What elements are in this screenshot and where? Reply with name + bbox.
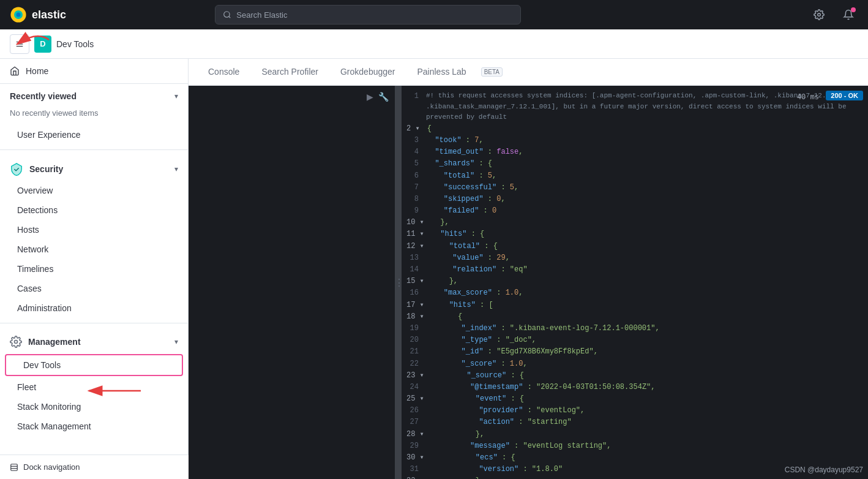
tab-console[interactable]: Console — [198, 61, 249, 84]
panel-resizer[interactable] — [397, 86, 402, 479]
sidebar-divider-2 — [0, 323, 188, 323]
sidebar-item-stack-management[interactable]: Stack Management — [0, 417, 188, 436]
notification-dot — [851, 7, 856, 12]
svg-point-7 — [818, 13, 821, 17]
code-line-14: 14 "relation" : "eq" — [402, 264, 868, 276]
elastic-logo-icon — [10, 6, 27, 23]
home-label: Home — [26, 66, 48, 76]
code-line-5: 5 "_shards" : { — [402, 158, 868, 170]
nav-icons — [809, 5, 858, 25]
hamburger-button[interactable] — [10, 34, 29, 54]
breadcrumb-avatar: D — [34, 36, 51, 53]
tab-search-profiler[interactable]: Search Profiler — [252, 61, 328, 84]
code-line-17: 17 ▾ "hits" : [ — [402, 300, 868, 311]
svg-line-6 — [229, 17, 231, 18]
elastic-wordmark: elastic — [32, 9, 66, 21]
code-line-30: 30 ▾ "ecs" : { — [402, 452, 868, 464]
sidebar-item-cases[interactable]: Cases — [0, 279, 188, 298]
code-line-6: 6 "total" : 5, — [402, 170, 868, 182]
watermark: CSDN @daydayup9527 — [785, 466, 863, 474]
top-navigation: elastic Search Elastic — [0, 0, 868, 29]
code-line-12: 12 ▾ "total" : { — [402, 241, 868, 252]
code-line-21: 21 "_id" : "E5gd7X8B6Xmy8Ff8kpEd", — [402, 346, 868, 358]
code-line-27: 27 "action" : "starting" — [402, 417, 868, 428]
tools-button[interactable]: 🔧 — [377, 91, 390, 103]
code-line-23: 23 ▾ "_source" : { — [402, 370, 868, 382]
breadcrumb-title: Dev Tools — [56, 39, 94, 49]
code-line-4: 4 "timed_out" : false, — [402, 146, 868, 158]
management-chevron: ▾ — [174, 338, 178, 346]
editor-panel: ▶ 🔧 — [189, 86, 397, 479]
sidebar-divider-1 — [0, 149, 188, 150]
management-title: Management — [10, 336, 81, 348]
code-line-7: 7 "successful" : 5, — [402, 182, 868, 194]
sidebar-item-dev-tools[interactable]: Dev Tools — [5, 354, 183, 376]
sidebar-item-overview[interactable]: Overview — [0, 181, 188, 200]
output-panel[interactable]: 40 ms 200 - OK 1 #! this request accesse… — [402, 86, 868, 479]
sidebar-item-fleet[interactable]: Fleet — [0, 377, 188, 397]
sidebar-item-user-experience[interactable]: User Experience — [0, 125, 188, 145]
code-line-25: 25 ▾ "event" : { — [402, 393, 868, 405]
code-line-9: 9 "failed" : 0 — [402, 205, 868, 217]
dev-tools-tabs: Console Search Profiler Grokdebugger Pai… — [189, 59, 868, 86]
code-line-13: 13 "value" : 29, — [402, 252, 868, 264]
sidebar-item-stack-monitoring[interactable]: Stack Monitoring — [0, 397, 188, 417]
recently-viewed-empty: No recently viewed items — [0, 106, 188, 125]
gear-icon — [10, 336, 22, 348]
code-line-19: 19 "_index" : ".kibana-event-log-7.12.1-… — [402, 323, 868, 334]
management-section-header[interactable]: Management ▾ — [0, 328, 188, 353]
settings-icon-button[interactable] — [809, 5, 829, 25]
sidebar-item-administration[interactable]: Administration — [0, 298, 188, 318]
sidebar-item-hosts[interactable]: Hosts — [0, 220, 188, 240]
code-line-24: 24 "@timestamp" : "2022-04-03T01:50:08.3… — [402, 382, 868, 393]
tab-grokdebugger[interactable]: Grokdebugger — [331, 61, 405, 84]
security-title: Security — [10, 162, 63, 176]
code-line-28: 28 ▾ }, — [402, 429, 868, 440]
dock-navigation[interactable]: Dock navigation — [0, 454, 189, 479]
code-line-15: 15 ▾ }, — [402, 276, 868, 287]
svg-rect-12 — [11, 464, 18, 470]
run-button[interactable]: ▶ — [365, 91, 375, 103]
dock-nav-label: Dock navigation — [23, 462, 80, 472]
tab-painless-lab[interactable]: Painless Lab — [407, 61, 476, 84]
code-line-8: 8 "skipped" : 0, — [402, 194, 868, 205]
search-placeholder: Search Elastic — [236, 10, 287, 20]
svg-point-5 — [224, 12, 230, 17]
shield-icon — [10, 162, 23, 176]
code-line-11: 11 ▾ "hits" : { — [402, 228, 868, 240]
sidebar-item-detections[interactable]: Detections — [0, 200, 188, 220]
search-bar[interactable]: Search Elastic — [215, 5, 521, 25]
code-line-10: 10 ▾ }, — [402, 217, 868, 228]
user-experience-label: User Experience — [17, 130, 81, 140]
code-line-29: 29 "message" : "eventLog starting", — [402, 440, 868, 452]
dock-icon — [10, 463, 18, 472]
recently-viewed-title: Recently viewed — [10, 91, 77, 101]
console-area: ▶ 🔧 40 ms 200 - OK 1 #! this request acc… — [189, 86, 868, 479]
code-line-20: 20 "_type" : "_doc", — [402, 334, 868, 346]
code-line-2: 2 ▾ { — [402, 123, 868, 135]
menu-icon — [15, 40, 24, 48]
sidebar-item-home[interactable]: Home — [0, 59, 188, 84]
home-icon — [10, 66, 20, 76]
code-line-32: 32 ▾ }, — [402, 475, 868, 479]
svg-point-11 — [15, 341, 18, 344]
code-output: 1 #! this request accesses system indice… — [402, 86, 868, 479]
sidebar: Home Recently viewed ▾ No recently viewe… — [0, 59, 189, 479]
security-chevron: ▾ — [174, 165, 178, 173]
notifications-button[interactable] — [839, 5, 858, 25]
security-section-header[interactable]: Security ▾ — [0, 155, 188, 181]
sidebar-item-network[interactable]: Network — [0, 240, 188, 259]
editor-toolbar: ▶ 🔧 — [365, 91, 390, 103]
code-line-22: 22 "_score" : 1.0, — [402, 358, 868, 370]
code-line-3: 3 "took" : 7, — [402, 135, 868, 146]
breadcrumb-bar: D Dev Tools — [0, 29, 868, 59]
sidebar-item-timelines[interactable]: Timelines — [0, 259, 188, 279]
code-line-16: 16 "max_score" : 1.0, — [402, 287, 868, 299]
code-line-18: 18 ▾ { — [402, 311, 868, 323]
settings-icon — [814, 9, 825, 20]
recently-viewed-chevron: ▾ — [174, 92, 178, 100]
search-icon — [223, 10, 231, 19]
response-time: 40 ms — [797, 91, 819, 102]
elastic-logo[interactable]: elastic — [10, 6, 66, 23]
recently-viewed-section[interactable]: Recently viewed ▾ — [0, 84, 188, 106]
